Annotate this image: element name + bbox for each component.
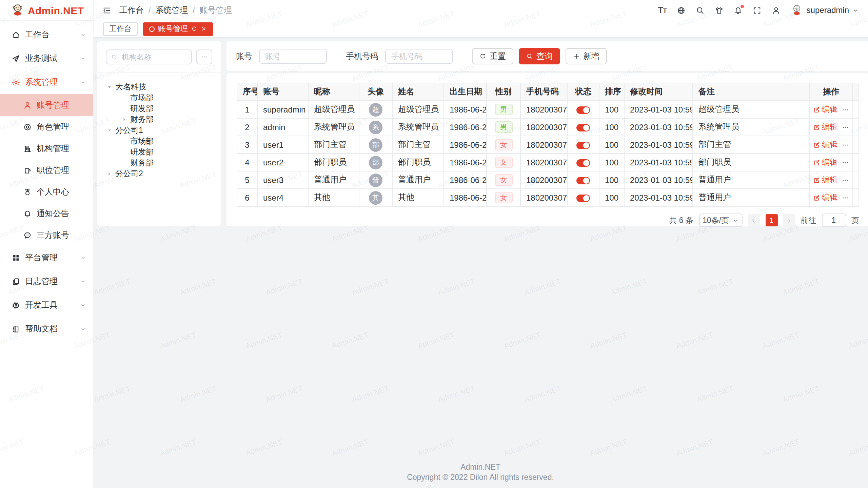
cell-nickname: 超级管理员 (308, 101, 359, 118)
cell-time: 2023-01-03 10:59:44 (624, 118, 693, 136)
breadcrumb: 工作台/系统管理/账号管理 (119, 4, 232, 16)
tab-账号管理[interactable]: 账号管理 (143, 22, 213, 36)
cell-gender: 男 (487, 118, 520, 136)
phone-input[interactable] (385, 49, 453, 64)
tab-close-icon[interactable] (201, 26, 207, 32)
sidebar-subitem-通知公告[interactable]: 通知公告 (0, 203, 93, 224)
row-more-button[interactable] (842, 106, 849, 113)
tree-toggle-icon[interactable] (106, 170, 113, 177)
cell-remark: 普通用户 (693, 189, 809, 206)
status-toggle[interactable] (576, 195, 590, 202)
font-size-icon[interactable]: TT (658, 6, 667, 14)
notification-badge (741, 4, 744, 8)
fullscreen-icon[interactable] (753, 6, 762, 15)
account-input[interactable] (259, 49, 327, 64)
sidebar-subitem-机构管理[interactable]: 机构管理 (0, 138, 93, 159)
caret-down-icon (106, 127, 113, 133)
menu-fold-icon[interactable] (102, 6, 111, 15)
tree-node-大名科技[interactable]: 大名科技 (106, 81, 212, 92)
reset-button[interactable]: 重置 (472, 48, 513, 64)
row-more-button[interactable] (842, 177, 849, 183)
divider (97, 72, 221, 73)
edit-button[interactable]: 编辑 (813, 140, 837, 150)
tab-refresh-icon[interactable] (191, 26, 197, 32)
theme-icon[interactable] (715, 6, 724, 15)
edit-button[interactable]: 编辑 (813, 157, 837, 167)
edit-button[interactable]: 编辑 (813, 104, 837, 115)
cell-index: 6 (237, 189, 257, 206)
tree-toggle-icon[interactable] (121, 116, 128, 122)
sidebar-item-业务测试[interactable]: 业务测试 (0, 47, 93, 70)
status-toggle[interactable] (576, 159, 590, 167)
query-button[interactable]: 查询 (519, 48, 560, 64)
row-more-button[interactable] (842, 124, 849, 130)
cell-sort: 100 (599, 118, 624, 136)
table-row: 4user2部门职员部部门职员1986-06-28女18020030720100… (237, 154, 859, 171)
prev-page-button[interactable] (748, 214, 760, 226)
org-search-field[interactable] (106, 49, 192, 64)
language-icon[interactable] (677, 6, 686, 15)
gender-badge: 女 (495, 174, 512, 186)
status-toggle[interactable] (576, 142, 590, 149)
tree-more-button[interactable] (196, 49, 212, 64)
sidebar-item-工作台[interactable]: 工作台 (0, 23, 93, 47)
tree-node-市场部[interactable]: 市场部 (106, 136, 212, 146)
cell-status (567, 101, 599, 118)
profile-icon[interactable] (772, 6, 781, 15)
tab-工作台[interactable]: 工作台 (103, 22, 138, 36)
edit-button[interactable]: 编辑 (813, 192, 837, 203)
edit-square-icon (813, 194, 820, 201)
sidebar-subitem-label: 角色管理 (37, 121, 69, 133)
tree-node-分公司2[interactable]: 分公司2 (106, 168, 212, 179)
row-more-button[interactable] (842, 159, 849, 166)
status-toggle[interactable] (576, 124, 590, 131)
tree-node-财务部[interactable]: 财务部 (106, 157, 212, 168)
tree-node-分公司1[interactable]: 分公司1 (106, 125, 212, 136)
tree-node-label: 大名科技 (115, 82, 146, 92)
sidebar-subitem-个人中心[interactable]: 个人中心 (0, 181, 93, 203)
sidebar-item-系统管理[interactable]: 系统管理 (0, 70, 93, 94)
edit-button[interactable]: 编辑 (813, 175, 837, 185)
sidebar-subitem-三方账号[interactable]: 三方账号 (0, 224, 93, 246)
sidebar-subitem-角色管理[interactable]: 角色管理 (0, 116, 93, 138)
search-icon[interactable] (696, 6, 705, 15)
org-search-input[interactable] (120, 52, 186, 62)
user-menu[interactable]: superadmin (791, 3, 859, 17)
goto-page-input[interactable] (822, 214, 846, 227)
sidebar-item-开发工具[interactable]: 开发工具 (0, 293, 93, 317)
cell-account: user3 (257, 171, 308, 189)
cell-account: user2 (257, 154, 308, 171)
logo[interactable]: Admin.NET (0, 0, 93, 21)
tree-toggle-icon[interactable] (106, 84, 113, 90)
next-page-button[interactable] (783, 214, 795, 226)
caret-down-icon (106, 84, 113, 90)
cell-birth: 1986-06-28 (444, 118, 487, 136)
sidebar-subitem-职位管理[interactable]: 职位管理 (0, 159, 93, 181)
profile-icon (772, 6, 781, 15)
sidebar-subitem-账号管理[interactable]: 账号管理 (0, 94, 93, 116)
add-button[interactable]: 新增 (566, 48, 607, 64)
sidebar-item-帮助文档[interactable]: 帮助文档 (0, 317, 93, 341)
row-more-button[interactable] (842, 141, 849, 148)
edit-button[interactable]: 编辑 (813, 122, 837, 132)
chevron-down-icon (80, 32, 86, 38)
cell-index: 3 (237, 136, 257, 154)
notification-icon[interactable] (734, 6, 743, 15)
breadcrumb-item[interactable]: 系统管理 (155, 4, 188, 16)
sidebar-item-平台管理[interactable]: 平台管理 (0, 246, 93, 270)
cell-sort: 100 (599, 189, 624, 206)
status-toggle[interactable] (576, 106, 590, 114)
tree-node-研发部[interactable]: 研发部 (106, 103, 212, 114)
breadcrumb-item[interactable]: 工作台 (119, 4, 144, 16)
page-size-select[interactable]: 10条/页 (699, 214, 742, 227)
row-more-button[interactable] (842, 194, 849, 201)
current-page-button[interactable]: 1 (765, 214, 777, 226)
cell-remark: 系统管理员 (693, 118, 809, 136)
column-header-account: 账号 (257, 83, 308, 101)
status-toggle[interactable] (576, 177, 590, 184)
sidebar-item-日志管理[interactable]: 日志管理 (0, 270, 93, 293)
tree-toggle-icon[interactable] (106, 127, 113, 133)
tree-node-财务部[interactable]: 财务部 (106, 114, 212, 125)
tree-node-市场部[interactable]: 市场部 (106, 92, 212, 103)
tree-node-研发部[interactable]: 研发部 (106, 146, 212, 157)
